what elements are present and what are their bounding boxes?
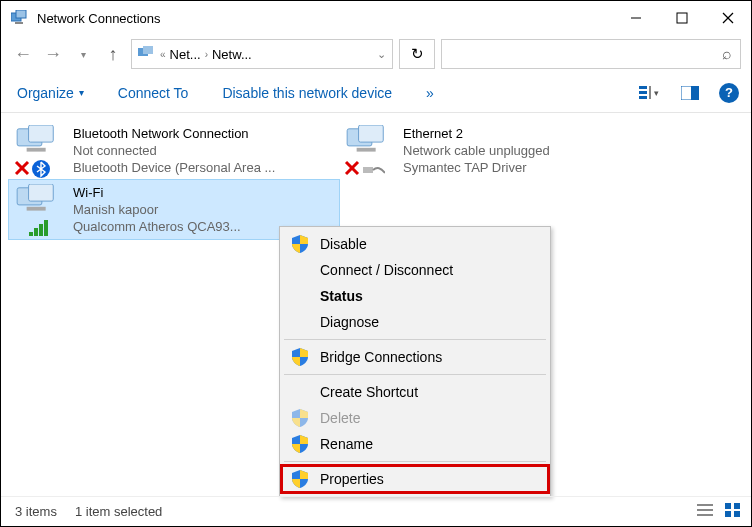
svg-rect-23 xyxy=(359,125,384,142)
wifi-signal-icon xyxy=(29,218,55,238)
breadcrumb-chevron-icon: › xyxy=(205,49,208,60)
ctx-label: Connect / Disconnect xyxy=(320,262,453,278)
adapter-icon xyxy=(15,184,65,234)
connection-text: Bluetooth Network Connection Not connect… xyxy=(73,125,275,176)
bluetooth-icon xyxy=(31,159,51,179)
svg-rect-2 xyxy=(15,22,23,24)
ctx-diagnose[interactable]: Diagnose xyxy=(282,309,548,335)
shield-icon xyxy=(292,470,308,488)
svg-rect-30 xyxy=(27,207,46,211)
svg-rect-12 xyxy=(649,86,651,99)
svg-rect-40 xyxy=(725,511,731,517)
cable-icon xyxy=(363,163,385,177)
breadcrumb-segment[interactable]: Netw... xyxy=(212,47,252,62)
more-commands-button[interactable]: » xyxy=(426,85,434,101)
ctx-properties[interactable]: Properties xyxy=(282,466,548,492)
connection-text: Wi-Fi Manish kapoor Qualcomm Atheros QCA… xyxy=(73,184,241,235)
connection-device: Symantec TAP Driver xyxy=(403,159,550,176)
connection-name: Wi-Fi xyxy=(73,184,241,201)
close-button[interactable] xyxy=(705,1,751,35)
address-bar[interactable]: « Net... › Netw... ⌄ xyxy=(131,39,393,69)
status-item-count: 3 items xyxy=(15,504,57,519)
ctx-create-shortcut[interactable]: Create Shortcut xyxy=(282,379,548,405)
refresh-button[interactable]: ↻ xyxy=(399,39,435,69)
connection-item-ethernet[interactable]: Ethernet 2 Network cable unplugged Syman… xyxy=(339,121,669,180)
svg-rect-38 xyxy=(725,503,731,509)
ctx-separator xyxy=(284,374,546,375)
connection-item-bluetooth[interactable]: Bluetooth Network Connection Not connect… xyxy=(9,121,339,180)
large-icons-view-button[interactable] xyxy=(725,503,741,520)
preview-pane-button[interactable] xyxy=(679,83,701,103)
view-layout-button[interactable]: ▾ xyxy=(639,83,661,103)
organize-label: Organize xyxy=(17,85,74,101)
ctx-status[interactable]: Status xyxy=(282,283,548,309)
connection-status: Not connected xyxy=(73,142,275,159)
navigation-row: ← → ▾ ↑ « Net... › Netw... ⌄ ↻ ⌕ xyxy=(1,35,751,73)
svg-rect-31 xyxy=(29,232,33,236)
ctx-separator xyxy=(284,461,546,462)
connect-to-button[interactable]: Connect To xyxy=(118,85,189,101)
svg-rect-33 xyxy=(39,224,43,236)
connection-device: Qualcomm Atheros QCA93... xyxy=(73,218,241,235)
folder-icon xyxy=(138,46,156,63)
ctx-connect-disconnect[interactable]: Connect / Disconnect xyxy=(282,257,548,283)
shield-icon xyxy=(292,235,308,253)
ctx-label: Disable xyxy=(320,236,367,252)
maximize-button[interactable] xyxy=(659,1,705,35)
error-x-icon xyxy=(343,159,361,177)
ctx-label: Status xyxy=(320,288,363,304)
organize-menu[interactable]: Organize xyxy=(17,85,84,101)
ctx-separator xyxy=(284,339,546,340)
svg-rect-18 xyxy=(27,148,46,152)
connection-status: Manish kapoor xyxy=(73,201,241,218)
adapter-icon xyxy=(345,125,395,175)
disable-device-button[interactable]: Disable this network device xyxy=(222,85,392,101)
back-button[interactable]: ← xyxy=(11,42,35,66)
svg-rect-8 xyxy=(143,46,153,54)
help-button[interactable]: ? xyxy=(719,83,739,103)
ctx-label: Rename xyxy=(320,436,373,452)
svg-rect-10 xyxy=(639,91,647,94)
history-chevron-icon[interactable]: ▾ xyxy=(71,42,95,66)
ctx-label: Create Shortcut xyxy=(320,384,418,400)
svg-rect-35 xyxy=(697,504,713,506)
search-icon: ⌕ xyxy=(722,45,732,63)
address-dropdown-icon[interactable]: ⌄ xyxy=(377,48,386,61)
ctx-disable[interactable]: Disable xyxy=(282,231,548,257)
window-title: Network Connections xyxy=(37,11,613,26)
ctx-delete: Delete xyxy=(282,405,548,431)
minimize-button[interactable] xyxy=(613,1,659,35)
svg-rect-4 xyxy=(677,13,687,23)
shield-icon xyxy=(292,435,308,453)
details-view-button[interactable] xyxy=(697,503,713,520)
svg-rect-17 xyxy=(29,125,54,142)
svg-rect-39 xyxy=(734,503,740,509)
title-bar: Network Connections xyxy=(1,1,751,35)
shield-icon xyxy=(292,409,308,427)
breadcrumb-segment[interactable]: Net... xyxy=(170,47,201,62)
svg-rect-1 xyxy=(16,10,26,18)
svg-rect-37 xyxy=(697,514,713,516)
svg-text:▾: ▾ xyxy=(654,88,659,98)
error-x-icon xyxy=(13,159,31,177)
connection-text: Ethernet 2 Network cable unplugged Syman… xyxy=(403,125,550,176)
ctx-bridge[interactable]: Bridge Connections xyxy=(282,344,548,370)
svg-rect-24 xyxy=(357,148,376,152)
forward-button[interactable]: → xyxy=(41,42,65,66)
app-icon xyxy=(11,10,29,26)
status-selected-count: 1 item selected xyxy=(75,504,162,519)
connection-status: Network cable unplugged xyxy=(403,142,550,159)
search-input[interactable]: ⌕ xyxy=(441,39,741,69)
connection-device: Bluetooth Device (Personal Area ... xyxy=(73,159,275,176)
ctx-label: Delete xyxy=(320,410,360,426)
svg-rect-9 xyxy=(639,86,647,89)
svg-rect-11 xyxy=(639,96,647,99)
ctx-rename[interactable]: Rename xyxy=(282,431,548,457)
status-view-buttons xyxy=(697,503,741,520)
svg-rect-29 xyxy=(29,184,54,201)
status-bar: 3 items 1 item selected xyxy=(1,496,751,526)
command-bar-right: ▾ ? xyxy=(639,83,739,103)
svg-rect-34 xyxy=(44,220,48,236)
ctx-label: Bridge Connections xyxy=(320,349,442,365)
up-button[interactable]: ↑ xyxy=(101,42,125,66)
